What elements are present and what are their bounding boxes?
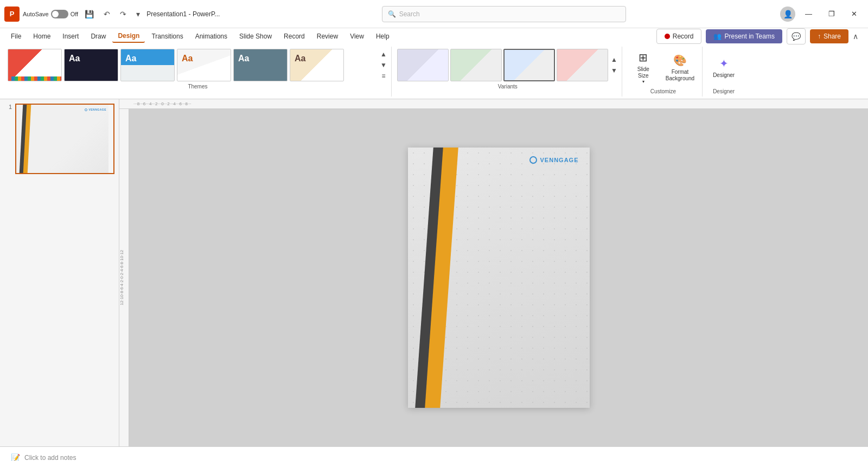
menu-animations[interactable]: Animations <box>190 30 233 42</box>
notes-icon: 📝 <box>11 453 20 462</box>
ruler-left: 12·10·8·6·4·2·0·2·4·6·8·10·12 <box>119 109 129 446</box>
format-background-button[interactable]: 🎨 FormatBackground <box>661 52 699 84</box>
menu-view[interactable]: View <box>344 30 369 42</box>
thumb-venngage: VENNGAGE <box>85 108 106 111</box>
slide-size-button[interactable]: ⊞ SlideSize ▾ <box>628 49 659 86</box>
themes-more[interactable]: ≡ <box>379 71 388 81</box>
notes-area[interactable]: 📝 Click to add notes <box>0 446 868 461</box>
record-label: Record <box>673 33 694 40</box>
theme-thumbnails <box>8 49 376 81</box>
variant-thumb-3[interactable] <box>503 49 555 81</box>
menu-transitions[interactable]: Transitions <box>146 30 188 42</box>
format-background-label: FormatBackground <box>666 69 694 82</box>
autosave-group: AutoSave Off <box>23 10 78 18</box>
ruler-tick: ···8···6···4···2···0···2···4···6···8··· <box>129 101 196 106</box>
slide-main: VENNGAGE <box>408 148 590 408</box>
slide-item-1[interactable]: 1 VENNGAGE <box>4 104 114 174</box>
canvas-area: ···8···6···4···2···0···2···4···6···8··· … <box>119 99 868 446</box>
slide-size-label: SlideSize <box>637 66 649 79</box>
theme-thumb-6[interactable] <box>290 49 344 81</box>
variant-thumb-2[interactable] <box>450 49 502 81</box>
slide-thumb-1: VENNGAGE <box>16 105 108 173</box>
menu-file[interactable]: File <box>5 30 27 42</box>
comments-button[interactable]: 💬 <box>787 28 806 44</box>
menu-home[interactable]: Home <box>28 30 56 42</box>
designer-icon: ✦ <box>719 57 729 70</box>
slide-thumb-container-1: VENNGAGE <box>15 104 114 174</box>
main-area: 1 VENNGAGE ···8···6···4···2···0···2···4·… <box>0 99 868 446</box>
theme-thumb-5[interactable] <box>233 49 288 81</box>
ribbon-right-group: Record 👥 Present in Teams 💬 ↑ Share ∧ <box>652 28 863 44</box>
menu-record[interactable]: Record <box>278 30 310 42</box>
menu-design[interactable]: Design <box>112 30 145 43</box>
themes-scroll-up[interactable]: ▲ <box>379 49 388 59</box>
slide-venngage-logo: VENNGAGE <box>529 156 579 164</box>
menu-review[interactable]: Review <box>311 30 343 42</box>
variant-thumbnails <box>397 49 608 81</box>
collapse-ribbon-button[interactable]: ∧ <box>853 32 858 41</box>
slide-size-dropdown-icon: ▾ <box>642 79 644 84</box>
record-button[interactable]: Record <box>656 29 702 44</box>
present-teams-button[interactable]: 👥 Present in Teams <box>706 29 782 43</box>
designer-section-label: Designer <box>708 88 739 94</box>
ruler-top: ···8···6···4···2···0···2···4···6···8··· <box>119 99 868 109</box>
theme-thumb-2[interactable] <box>64 49 118 81</box>
designer-button[interactable]: ✦ Designer <box>708 55 739 80</box>
app-title: Presentation1 - PowerP... <box>146 10 220 18</box>
share-icon: ↑ <box>818 33 821 40</box>
notes-placeholder: Click to add notes <box>24 454 76 462</box>
venngage-circle <box>529 156 537 164</box>
search-placeholder: Search <box>399 10 420 18</box>
ruler-left-area: 12·10·8·6·4·2·0·2·4·6·8·10·12 VENNGAGE <box>119 109 868 446</box>
themes-scroll-down[interactable]: ▼ <box>379 60 388 70</box>
slide-size-icon: ⊞ <box>639 51 648 64</box>
present-teams-label: Present in Teams <box>724 33 775 40</box>
theme-thumb-1[interactable] <box>8 49 62 81</box>
teams-icon: 👥 <box>713 33 722 40</box>
restore-button[interactable]: ❐ <box>822 7 841 21</box>
undo-button[interactable]: ↶ <box>100 8 113 21</box>
share-button[interactable]: ↑ Share <box>810 29 848 43</box>
ribbon: File Home Insert Draw Design Transitions… <box>0 28 868 99</box>
thumb-venngage-text: VENNGAGE <box>88 108 106 111</box>
variants-section-label: Variants <box>397 84 618 89</box>
redo-button[interactable]: ↷ <box>117 8 130 21</box>
designer-label: Designer <box>713 72 735 78</box>
search-icon: 🔍 <box>388 10 396 18</box>
format-background-icon: 🎨 <box>673 54 687 67</box>
slide-number-1: 1 <box>4 104 12 110</box>
title-bar: P AutoSave Off 💾 ↶ ↷ ▾ Presentation1 - P… <box>0 0 868 28</box>
customize-qat-button[interactable]: ▾ <box>133 8 143 21</box>
theme-thumb-3[interactable] <box>120 49 175 81</box>
autosave-label: AutoSave <box>23 11 49 17</box>
search-box[interactable]: 🔍 Search <box>382 6 626 22</box>
variant-thumb-1[interactable] <box>397 49 449 81</box>
autosave-toggle[interactable] <box>51 10 68 18</box>
share-label: Share <box>824 33 841 40</box>
autosave-state: Off <box>71 11 78 17</box>
variant-thumb-4[interactable] <box>557 49 608 81</box>
venngage-text: VENNGAGE <box>540 157 579 163</box>
theme-thumb-4[interactable] <box>177 49 231 81</box>
menu-help[interactable]: Help <box>371 30 395 42</box>
record-dot <box>665 34 670 39</box>
titlebar-right: 👤 — ❐ ✕ <box>780 7 864 22</box>
slide-canvas[interactable]: VENNGAGE <box>129 109 868 446</box>
ribbon-toolbar: ▲ ▼ ≡ Themes ▲ ▼ Varia <box>0 44 868 99</box>
customize-section-label: Customize <box>628 88 699 94</box>
variants-scroll-up[interactable]: ▲ <box>610 55 618 65</box>
avatar[interactable]: 👤 <box>780 7 795 22</box>
save-button[interactable]: 💾 <box>81 8 97 21</box>
menu-slideshow[interactable]: Slide Show <box>234 30 277 42</box>
variants-scroll-down[interactable]: ▼ <box>610 66 618 75</box>
close-button[interactable]: ✕ <box>845 7 864 21</box>
themes-section-label: Themes <box>8 84 388 89</box>
minimize-button[interactable]: — <box>799 7 819 21</box>
app-logo: P <box>4 7 20 22</box>
menu-bar: File Home Insert Draw Design Transitions… <box>0 28 868 44</box>
menu-draw[interactable]: Draw <box>85 30 111 42</box>
slide-panel: 1 VENNGAGE <box>0 99 119 446</box>
menu-insert[interactable]: Insert <box>57 30 84 42</box>
